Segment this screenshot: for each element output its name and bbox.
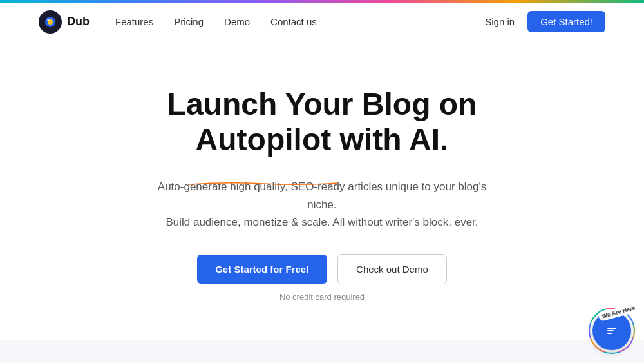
get-started-hero-button[interactable]: Get Started for Free! [197,255,327,284]
nav-links: Features Pricing Demo Contact us [115,16,485,27]
logo-icon [39,10,62,34]
hero-buttons: Get Started for Free! Check out Demo [197,254,447,284]
nav-contact[interactable]: Contact us [270,16,317,27]
brand-logo[interactable]: Dub [39,10,90,34]
nav-features[interactable]: Features [115,16,153,27]
autopilot-text: Autopilot [196,122,332,157]
hero-title: Launch Your Blog on Autopilot with AI. [97,86,547,157]
check-demo-button[interactable]: Check out Demo [337,254,447,284]
no-credit-text: No credit card required [279,292,365,302]
nav-demo[interactable]: Demo [224,16,250,27]
nav-pricing[interactable]: Pricing [174,16,204,27]
hero-section: Launch Your Blog on Autopilot with AI. A… [0,41,644,340]
sign-in-link[interactable]: Sign in [485,16,515,27]
navbar: Dub Features Pricing Demo Contact us Sig… [0,3,644,41]
nav-right: Sign in Get Started! [485,11,605,32]
get-started-nav-button[interactable]: Get Started! [527,11,605,32]
hero-subtitle: Auto-generate high quality, SEO-ready ar… [155,178,489,231]
svg-point-3 [47,19,50,21]
orange-underline [189,157,338,161]
brand-name: Dub [67,15,90,28]
automation-section: 🚗 Blog Automation Ready, Set, Go! Contro… [0,340,644,363]
